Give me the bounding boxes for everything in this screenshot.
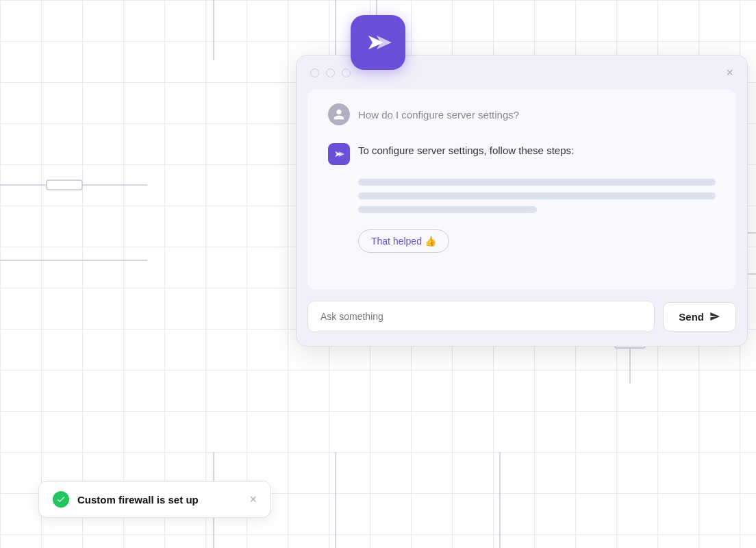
skeleton-line-3: [358, 206, 537, 213]
skeleton-line-1: [358, 179, 716, 186]
toast-notification: Custom firewall is set up ×: [38, 481, 271, 518]
input-area: Send: [297, 301, 747, 346]
skeleton-line-2: [358, 192, 716, 199]
bot-message: To configure server settings, follow the…: [328, 142, 716, 165]
app-logo-icon: [363, 27, 393, 58]
chat-window: × How do I configure server settings? To…: [296, 55, 748, 347]
chat-input[interactable]: [307, 301, 655, 332]
window-dot-1: [310, 68, 319, 77]
user-icon: [333, 108, 345, 121]
that-helped-button[interactable]: That helped 👍: [358, 229, 449, 253]
bot-avatar: [328, 143, 350, 165]
bot-message-text: To configure server settings, follow the…: [358, 142, 574, 156]
skeleton-lines: [358, 179, 716, 213]
window-controls: [310, 68, 351, 77]
toast-close-button[interactable]: ×: [249, 493, 257, 506]
window-dot-2: [326, 68, 335, 77]
bot-avatar-icon: [333, 148, 345, 160]
user-message: How do I configure server settings?: [328, 103, 716, 125]
app-logo: [351, 15, 405, 70]
send-button[interactable]: Send: [663, 302, 736, 332]
toast-message: Custom firewall is set up: [77, 494, 241, 506]
checkmark-icon: [56, 495, 66, 504]
chat-content: How do I configure server settings? To c…: [307, 90, 736, 290]
toast-check-icon: [53, 491, 69, 508]
send-icon: [709, 311, 720, 322]
user-avatar: [328, 103, 350, 125]
user-message-text: How do I configure server settings?: [358, 109, 519, 121]
window-dot-3: [342, 68, 351, 77]
send-button-label: Send: [679, 311, 704, 323]
window-close-button[interactable]: ×: [726, 66, 733, 79]
